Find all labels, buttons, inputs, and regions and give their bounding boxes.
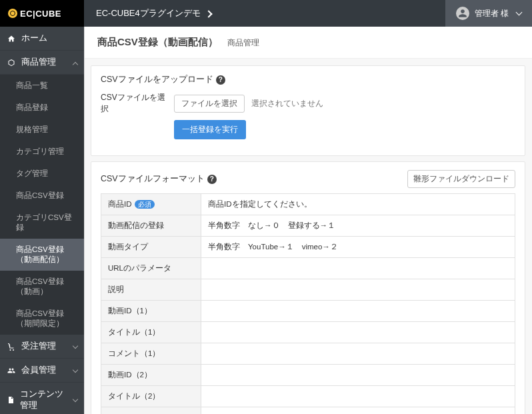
nav-label: 商品登録 xyxy=(16,103,48,113)
page-subtitle: 商品管理 xyxy=(227,37,259,49)
user-menu[interactable]: 管理者 様 xyxy=(445,0,532,27)
topbar: EC|CUBE EC-CUBE4プラグインデモ 管理者 様 xyxy=(0,0,532,27)
nav-category-csv[interactable]: カテゴリCSV登録 xyxy=(0,207,84,239)
nav-tag[interactable]: タグ管理 xyxy=(0,163,84,185)
nav-products-sub: 商品一覧 商品登録 規格管理 カテゴリ管理 タグ管理 商品CSV登録 カテゴリC… xyxy=(0,75,84,335)
nav-product-list[interactable]: 商品一覧 xyxy=(0,75,84,97)
home-icon xyxy=(7,35,16,43)
table-row: 動画ID（2） xyxy=(101,365,515,386)
chevron-down-icon xyxy=(73,342,77,351)
file-select-row: CSVファイルを選択 ファイルを選択 選択されていません xyxy=(101,92,515,115)
format-header: CSVファイルフォーマット ? 雛形ファイルダウンロード xyxy=(101,170,515,188)
format-section-label: CSVファイルフォーマット xyxy=(101,173,205,185)
users-icon xyxy=(7,367,16,375)
nav-label: カテゴリCSV登録 xyxy=(16,213,77,233)
table-row: 動画ID（1） xyxy=(101,301,515,322)
sidebar: ホーム 商品管理 商品一覧 商品登録 規格管理 カテゴリ管理 タグ管理 商品CS… xyxy=(0,27,84,414)
nav-members-label: 会員管理 xyxy=(21,365,56,376)
field-name-cell: 動画ID（2） xyxy=(101,365,201,386)
table-row: タイトル（2） xyxy=(101,386,515,407)
nav-product-register[interactable]: 商品登録 xyxy=(0,97,84,119)
nav-label: 商品CSV登録（期間限定） xyxy=(16,309,77,329)
table-row: URLのパラメータ xyxy=(101,258,515,279)
brand-logo[interactable]: EC|CUBE xyxy=(0,0,84,27)
field-desc-cell: 商品IDを指定してください。 xyxy=(201,194,515,215)
table-row: コメント（2） xyxy=(101,407,515,415)
field-name-cell: URLのパラメータ xyxy=(101,258,201,279)
field-desc-cell xyxy=(201,365,515,386)
nav-product-csv-period[interactable]: 商品CSV登録（期間限定） xyxy=(0,303,84,335)
field-desc-cell xyxy=(201,386,515,407)
template-download-button[interactable]: 雛形ファイルダウンロード xyxy=(407,170,515,188)
choose-file-button[interactable]: ファイルを選択 xyxy=(174,95,245,113)
chevron-down-icon xyxy=(514,9,521,18)
field-name-cell: コメント（1） xyxy=(101,343,201,365)
nav-spec[interactable]: 規格管理 xyxy=(0,119,84,141)
nav-products-label: 商品管理 xyxy=(21,57,56,68)
field-name-cell: 商品ID必須 xyxy=(101,194,201,215)
table-row: 説明 xyxy=(101,279,515,301)
field-desc-cell xyxy=(201,407,515,415)
field-name-cell: タイトル（2） xyxy=(101,386,201,407)
field-desc-cell xyxy=(201,322,515,343)
nav-contents-label: コンテンツ管理 xyxy=(20,389,68,411)
cart-icon xyxy=(7,343,16,351)
nav-label: 規格管理 xyxy=(16,125,48,135)
nav-contents[interactable]: コンテンツ管理 xyxy=(0,383,84,414)
field-name-cell: タイトル（1） xyxy=(101,322,201,343)
field-name-cell: 動画ID（1） xyxy=(101,301,201,322)
nav-product-csv-video-dist[interactable]: 商品CSV登録（動画配信） xyxy=(0,239,84,271)
nav-product-csv[interactable]: 商品CSV登録 xyxy=(0,185,84,207)
file-status: 選択されていません xyxy=(251,99,323,109)
table-row: 動画タイプ半角数字 YouTube→１ vimeo→２ xyxy=(101,237,515,258)
help-icon[interactable]: ? xyxy=(216,75,225,85)
nav-label: 商品CSV登録（動画配信） xyxy=(16,245,77,265)
nav-label: タグ管理 xyxy=(16,169,48,179)
file-select-label: CSVファイルを選択 xyxy=(101,92,167,115)
nav-home[interactable]: ホーム xyxy=(0,27,84,51)
upload-section-title: CSVファイルをアップロード ? xyxy=(101,74,515,85)
field-name-cell: 動画配信の登録 xyxy=(101,215,201,237)
nav-products[interactable]: 商品管理 xyxy=(0,51,84,75)
field-desc-cell xyxy=(201,258,515,279)
chevron-down-icon xyxy=(73,366,77,375)
exec-row: 一括登録を実行 xyxy=(101,120,515,139)
nav-category[interactable]: カテゴリ管理 xyxy=(0,141,84,163)
avatar-icon xyxy=(456,7,469,20)
chevron-up-icon xyxy=(73,58,77,67)
bulk-register-button[interactable]: 一括登録を実行 xyxy=(174,120,246,139)
page-header: 商品CSV登録（動画配信） 商品管理 xyxy=(84,27,532,59)
topbar-left: EC|CUBE EC-CUBE4プラグインデモ xyxy=(0,0,223,27)
field-name-cell: 説明 xyxy=(101,279,201,301)
table-row: タイトル（1） xyxy=(101,322,515,343)
format-section-title: CSVファイルフォーマット ? xyxy=(101,173,217,185)
logo-icon xyxy=(8,9,17,18)
table-row: コメント（1） xyxy=(101,343,515,365)
field-name-cell: コメント（2） xyxy=(101,407,201,415)
brand-text: EC|CUBE xyxy=(20,9,61,19)
upload-card: CSVファイルをアップロード ? CSVファイルを選択 ファイルを選択 選択され… xyxy=(91,65,525,156)
upload-section-label: CSVファイルをアップロード xyxy=(101,74,213,85)
nav-label: カテゴリ管理 xyxy=(16,147,64,157)
field-desc-cell xyxy=(201,301,515,322)
nav-orders-label: 受注管理 xyxy=(21,341,56,352)
nav-members[interactable]: 会員管理 xyxy=(0,359,84,383)
nav-label: 商品CSV登録（動画） xyxy=(16,277,77,297)
nav-home-label: ホーム xyxy=(21,33,47,44)
field-desc-cell xyxy=(201,279,515,301)
plugin-demo-label: EC-CUBE4プラグインデモ xyxy=(96,7,201,19)
content: CSVファイルをアップロード ? CSVファイルを選択 ファイルを選択 選択され… xyxy=(84,59,532,414)
nav-label: 商品一覧 xyxy=(16,81,48,91)
cube-icon xyxy=(7,59,16,67)
required-badge: 必須 xyxy=(135,200,155,209)
format-card: CSVファイルフォーマット ? 雛形ファイルダウンロード 商品ID必須商品IDを… xyxy=(91,161,525,414)
table-row: 動画配信の登録半角数字 なし→０ 登録する→１ xyxy=(101,215,515,237)
nav-orders[interactable]: 受注管理 xyxy=(0,335,84,359)
nav-product-csv-video[interactable]: 商品CSV登録（動画） xyxy=(0,271,84,303)
field-name-cell: 動画タイプ xyxy=(101,237,201,258)
table-row: 商品ID必須商品IDを指定してください。 xyxy=(101,194,515,215)
format-table: 商品ID必須商品IDを指定してください。動画配信の登録半角数字 なし→０ 登録す… xyxy=(101,193,515,414)
main: 商品CSV登録（動画配信） 商品管理 CSVファイルをアップロード ? CSVフ… xyxy=(84,27,532,414)
help-icon[interactable]: ? xyxy=(207,175,217,184)
plugin-demo-link[interactable]: EC-CUBE4プラグインデモ xyxy=(84,7,223,19)
